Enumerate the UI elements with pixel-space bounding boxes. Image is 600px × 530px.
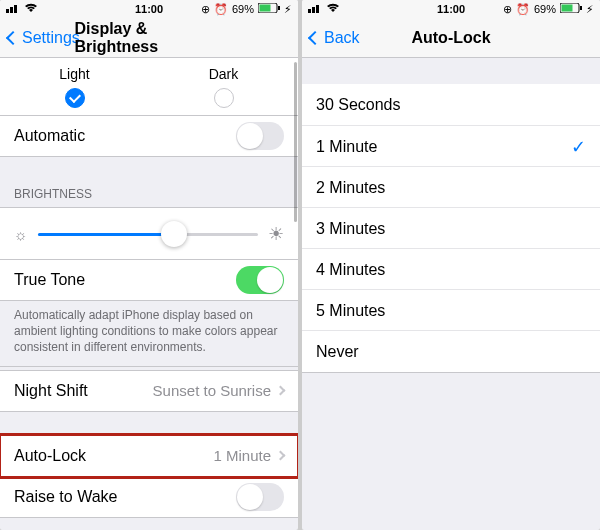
option-label: 3 Minutes <box>316 220 385 238</box>
option-label: 5 Minutes <box>316 302 385 320</box>
svg-rect-5 <box>260 5 271 12</box>
svg-rect-11 <box>562 5 573 12</box>
option-label: Never <box>316 343 359 361</box>
orientation-lock-icon: ⊕ <box>201 3 210 16</box>
svg-rect-9 <box>316 5 319 13</box>
chevron-right-icon <box>276 451 286 461</box>
appearance-light-option[interactable]: Light <box>0 66 149 108</box>
back-button[interactable]: Back <box>302 29 360 47</box>
option-1-minute[interactable]: 1 Minute ✓ <box>302 125 600 167</box>
scroll-indicator <box>294 62 297 222</box>
appearance-light-label: Light <box>59 66 89 82</box>
status-time: 11:00 <box>437 3 465 15</box>
brightness-slider[interactable] <box>38 220 258 248</box>
charging-icon: ⚡︎ <box>284 3 292 16</box>
night-shift-label: Night Shift <box>14 382 88 400</box>
option-label: 4 Minutes <box>316 261 385 279</box>
svg-rect-0 <box>6 9 9 13</box>
raise-to-wake-toggle[interactable] <box>236 483 284 511</box>
back-button[interactable]: Settings <box>0 29 80 47</box>
true-tone-label: True Tone <box>14 271 85 289</box>
battery-icon <box>560 3 582 15</box>
chevron-right-icon <box>276 386 286 396</box>
radio-checked-icon <box>65 88 85 108</box>
option-never[interactable]: Never <box>302 330 600 372</box>
automatic-label: Automatic <box>14 127 85 145</box>
radio-unchecked-icon <box>214 88 234 108</box>
svg-rect-2 <box>14 5 17 13</box>
nav-bar: Settings Display & Brightness <box>0 18 298 58</box>
option-30-seconds[interactable]: 30 Seconds <box>302 84 600 126</box>
appearance-dark-label: Dark <box>209 66 239 82</box>
option-2-minutes[interactable]: 2 Minutes <box>302 166 600 208</box>
option-label: 1 Minute <box>316 138 377 156</box>
chevron-left-icon <box>6 30 20 44</box>
auto-lock-row[interactable]: Auto-Lock 1 Minute <box>0 435 298 477</box>
option-4-minutes[interactable]: 4 Minutes <box>302 248 600 290</box>
brightness-slider-row: ☼ ☀︎ <box>0 207 298 260</box>
nav-bar: Back Auto-Lock <box>302 18 600 58</box>
appearance-dark-option[interactable]: Dark <box>149 66 298 108</box>
svg-rect-6 <box>278 6 280 10</box>
night-shift-detail: Sunset to Sunrise <box>153 382 271 399</box>
status-bar: 11:00 ⊕ ⏰ 69% ⚡︎ <box>302 0 600 18</box>
automatic-row[interactable]: Automatic <box>0 115 298 157</box>
true-tone-toggle[interactable] <box>236 266 284 294</box>
page-title: Display & Brightness <box>75 20 224 56</box>
back-label: Back <box>324 29 360 47</box>
auto-lock-detail: 1 Minute <box>213 447 271 464</box>
option-3-minutes[interactable]: 3 Minutes <box>302 207 600 249</box>
raise-to-wake-row[interactable]: Raise to Wake <box>0 476 298 518</box>
appearance-selector: Light Dark <box>0 58 298 116</box>
signal-icon <box>308 3 322 15</box>
status-time: 11:00 <box>135 3 163 15</box>
raise-to-wake-label: Raise to Wake <box>14 488 117 506</box>
svg-rect-1 <box>10 7 13 13</box>
page-title: Auto-Lock <box>411 29 490 47</box>
alarm-icon: ⏰ <box>516 3 530 16</box>
screen-display-brightness: 11:00 ⊕ ⏰ 69% ⚡︎ Settings Display & Brig… <box>0 0 298 530</box>
battery-icon <box>258 3 280 15</box>
charging-icon: ⚡︎ <box>586 3 594 16</box>
true-tone-row[interactable]: True Tone <box>0 259 298 301</box>
true-tone-footer: Automatically adapt iPhone display based… <box>0 301 298 367</box>
wifi-icon <box>326 3 340 15</box>
night-shift-row[interactable]: Night Shift Sunset to Sunrise <box>0 370 298 412</box>
automatic-toggle[interactable] <box>236 122 284 150</box>
battery-percent: 69% <box>232 3 254 15</box>
wifi-icon <box>24 3 38 15</box>
check-icon: ✓ <box>571 136 586 158</box>
back-label: Settings <box>22 29 80 47</box>
content-scroll[interactable]: Light Dark Automatic BRIGHTNESS ☼ ☀︎ T <box>0 58 298 530</box>
auto-lock-label: Auto-Lock <box>14 447 86 465</box>
screen-auto-lock: 11:00 ⊕ ⏰ 69% ⚡︎ Back Auto-Lock 30 Secon… <box>302 0 600 530</box>
slider-thumb[interactable] <box>161 221 187 247</box>
brightness-header: BRIGHTNESS <box>0 181 298 207</box>
battery-percent: 69% <box>534 3 556 15</box>
sun-large-icon: ☀︎ <box>268 223 284 245</box>
alarm-icon: ⏰ <box>214 3 228 16</box>
content-scroll[interactable]: 30 Seconds 1 Minute ✓ 2 Minutes 3 Minute… <box>302 58 600 530</box>
sun-small-icon: ☼ <box>14 226 28 243</box>
chevron-left-icon <box>308 30 322 44</box>
option-label: 30 Seconds <box>316 96 401 114</box>
svg-rect-8 <box>312 7 315 13</box>
auto-lock-options: 30 Seconds 1 Minute ✓ 2 Minutes 3 Minute… <box>302 84 600 373</box>
svg-rect-12 <box>580 6 582 10</box>
svg-rect-7 <box>308 9 311 13</box>
option-5-minutes[interactable]: 5 Minutes <box>302 289 600 331</box>
option-label: 2 Minutes <box>316 179 385 197</box>
signal-icon <box>6 3 20 15</box>
orientation-lock-icon: ⊕ <box>503 3 512 16</box>
status-bar: 11:00 ⊕ ⏰ 69% ⚡︎ <box>0 0 298 18</box>
